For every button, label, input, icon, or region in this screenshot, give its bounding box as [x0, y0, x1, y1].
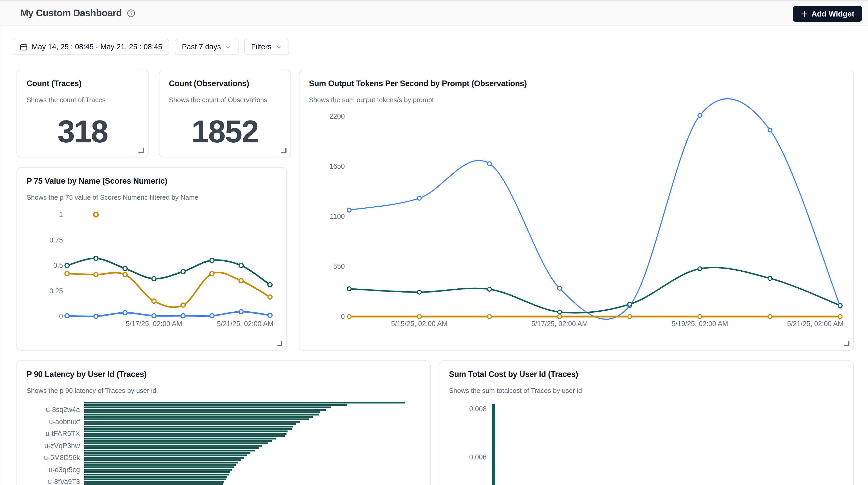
- widget-title: P 75 Value by Name (Scores Numeric): [27, 177, 167, 186]
- widget-title: Sum Output Tokens Per Second by Prompt (…: [309, 79, 527, 88]
- widget-title: Sum Total Cost by User Id (Traces): [449, 370, 578, 379]
- widget-title: P 90 Latency by User Id (Traces): [27, 370, 147, 379]
- svg-text:1: 1: [59, 211, 63, 218]
- resize-handle-icon[interactable]: [277, 341, 282, 346]
- widget-p90-latency: u-8sq2w4au-aobnuxfu-tFAR5TXu-zVqP3hwu-5M…: [17, 360, 431, 485]
- add-widget-label: Add Widget: [811, 9, 854, 18]
- cost-bar-chart: 0.0080.006: [439, 361, 853, 485]
- widget-count-traces: Count (Traces) Shows the count of Traces…: [17, 70, 149, 157]
- svg-text:1100: 1100: [330, 213, 345, 220]
- svg-text:0: 0: [341, 313, 345, 321]
- svg-text:0: 0: [59, 312, 63, 320]
- resize-handle-icon[interactable]: [844, 341, 849, 346]
- widget-subtitle: Shows the sum totalcost of Traces by use…: [449, 387, 582, 395]
- calendar-icon: [20, 43, 28, 51]
- widget-title: Count (Observations): [169, 79, 249, 88]
- svg-text:5/21/25, 02:00 AM: 5/21/25, 02:00 AM: [217, 320, 273, 328]
- svg-text:5/17/25, 02:00 AM: 5/17/25, 02:00 AM: [531, 320, 588, 328]
- page-title: My Custom Dashboard: [20, 8, 122, 19]
- range-preset-value: Past 7 days: [182, 42, 221, 51]
- svg-text:5/17/25, 02:00 AM: 5/17/25, 02:00 AM: [126, 320, 182, 328]
- svg-text:5/21/25, 02:00 AM: 5/21/25, 02:00 AM: [787, 320, 843, 328]
- content-left-border: [2, 26, 2, 485]
- filter-bar: May 14, 25 : 08:45 - May 21, 25 : 08:45 …: [12, 39, 289, 55]
- svg-text:u-tFAR5TX: u-tFAR5TX: [45, 430, 80, 437]
- svg-text:2200: 2200: [329, 113, 345, 120]
- date-range-value: May 14, 25 : 08:45 - May 21, 25 : 08:45: [32, 42, 162, 51]
- plus-icon: [800, 10, 808, 18]
- svg-text:u-8fVa9T3: u-8fVa9T3: [48, 478, 80, 485]
- widget-subtitle: Shows the count of Traces: [27, 96, 105, 104]
- range-preset-dropdown[interactable]: Past 7 days: [175, 39, 239, 55]
- widget-count-observations: Count (Observations) Shows the count of …: [159, 70, 291, 157]
- svg-text:0.006: 0.006: [469, 453, 487, 461]
- add-widget-button[interactable]: Add Widget: [793, 6, 862, 22]
- svg-text:0.5: 0.5: [53, 262, 63, 269]
- widget-sum-total-cost: 0.0080.006 Sum Total Cost by User Id (Tr…: [439, 360, 854, 485]
- svg-text:5/19/25, 02:00 AM: 5/19/25, 02:00 AM: [672, 320, 728, 328]
- svg-text:u-zVqP3hw: u-zVqP3hw: [44, 442, 80, 450]
- count-value: 318: [17, 114, 148, 150]
- svg-text:u-8sq2w4a: u-8sq2w4a: [46, 406, 80, 414]
- date-range-button[interactable]: May 14, 25 : 08:45 - May 21, 25 : 08:45: [12, 39, 169, 55]
- count-value: 1852: [159, 114, 290, 150]
- p90-bar-chart: u-8sq2w4au-aobnuxfu-tFAR5TXu-zVqP3hwu-5M…: [17, 361, 430, 485]
- widget-subtitle: Shows the p 90 latency of Traces by user…: [27, 387, 156, 395]
- svg-text:u-5M8D56k: u-5M8D56k: [44, 454, 80, 461]
- widget-subtitle: Shows the sum output tokens/s by prompt: [309, 96, 434, 104]
- svg-text:5/15/25, 02:00 AM: 5/15/25, 02:00 AM: [391, 320, 447, 328]
- svg-text:u-aobnuxf: u-aobnuxf: [49, 418, 80, 426]
- svg-text:0.25: 0.25: [49, 287, 63, 295]
- chevron-down-icon: [275, 43, 282, 50]
- svg-text:0.75: 0.75: [49, 236, 63, 244]
- widget-p75-value: 00.250.50.7515/17/25, 02:00 AM5/21/25, 0…: [17, 167, 287, 351]
- widget-tokens-per-second: 05501100165022005/15/25, 02:00 AM5/17/25…: [299, 70, 854, 351]
- chevron-down-icon: [225, 43, 231, 50]
- page-header: My Custom Dashboard Add Widget: [0, 0, 868, 26]
- filters-dropdown[interactable]: Filters: [244, 39, 289, 55]
- svg-text:550: 550: [333, 263, 345, 270]
- filters-label: Filters: [251, 42, 272, 51]
- widget-title: Count (Traces): [27, 79, 82, 88]
- widget-subtitle: Shows the p 75 value of Scores Numeric f…: [27, 193, 198, 202]
- widget-subtitle: Shows the count of Observations: [169, 96, 268, 104]
- resize-handle-icon[interactable]: [138, 148, 144, 153]
- svg-text:0.008: 0.008: [469, 405, 487, 413]
- tokens-line-chart: 05501100165022005/15/25, 02:00 AM5/17/25…: [300, 70, 853, 350]
- info-icon[interactable]: [127, 9, 135, 18]
- resize-handle-icon[interactable]: [281, 148, 286, 153]
- svg-text:u-d3qr5cg: u-d3qr5cg: [49, 466, 80, 474]
- svg-text:1650: 1650: [329, 162, 345, 170]
